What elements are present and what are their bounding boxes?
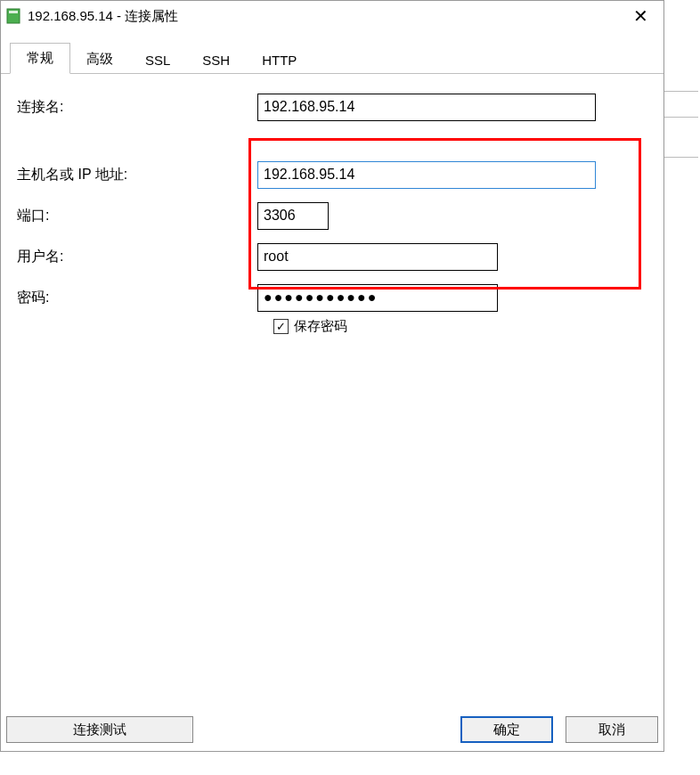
tab-row: 常规 高级 SSL SSH HTTP — [1, 42, 663, 74]
tab-advanced[interactable]: 高级 — [70, 45, 129, 74]
save-password-checkbox[interactable]: ✓ — [273, 319, 289, 334]
connection-name-input[interactable] — [257, 94, 596, 121]
app-icon — [6, 8, 20, 24]
cancel-button[interactable]: 取消 — [566, 716, 658, 743]
window-title: 192.168.95.14 - 连接属性 — [28, 8, 178, 25]
host-label: 主机名或 IP 地址: — [17, 166, 257, 184]
close-icon[interactable]: ✕ — [623, 5, 658, 27]
tab-http[interactable]: HTTP — [246, 46, 313, 74]
form-area: 连接名: 主机名或 IP 地址: 端口: 用户名: 密码: ✓ — [1, 74, 663, 714]
tab-ssh[interactable]: SSH — [186, 46, 246, 74]
password-input[interactable] — [257, 284, 498, 312]
svg-rect-1 — [9, 11, 18, 13]
port-label: 端口: — [17, 207, 257, 225]
port-input[interactable] — [257, 202, 329, 230]
title-bar: 192.168.95.14 - 连接属性 ✕ — [1, 1, 663, 31]
save-password-label: 保存密码 — [294, 318, 347, 335]
connection-properties-dialog: 192.168.95.14 - 连接属性 ✕ 常规 高级 SSL SSH HTT… — [0, 0, 664, 752]
tab-ssl[interactable]: SSL — [129, 46, 186, 74]
password-label: 密码: — [17, 289, 257, 307]
host-input[interactable] — [257, 161, 596, 189]
dialog-footer: 连接测试 确定 取消 — [1, 714, 663, 751]
tab-general[interactable]: 常规 — [10, 43, 70, 74]
background-fragment — [664, 157, 698, 159]
background-fragment — [664, 91, 698, 118]
test-connection-button[interactable]: 连接测试 — [6, 716, 193, 743]
username-input[interactable] — [257, 243, 498, 271]
username-label: 用户名: — [17, 248, 257, 266]
connection-name-label: 连接名: — [17, 98, 257, 117]
ok-button[interactable]: 确定 — [460, 716, 553, 743]
